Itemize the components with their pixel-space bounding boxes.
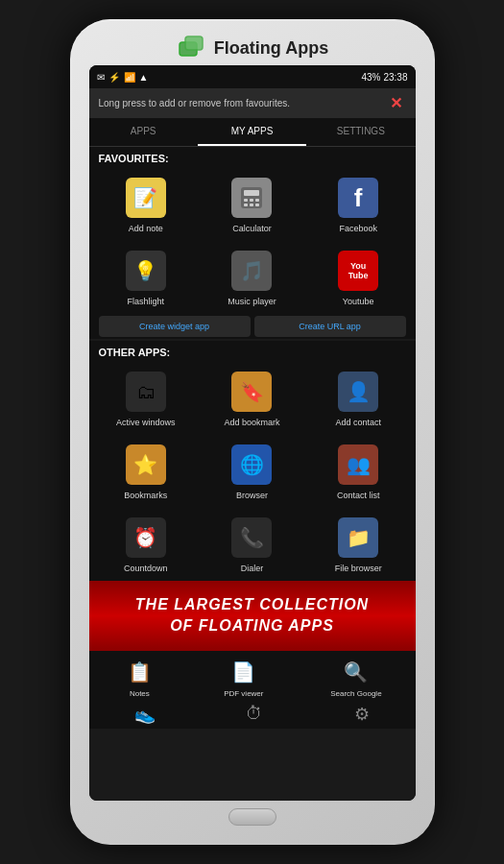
other-apps-label: OTHER APPS: [89, 341, 416, 362]
flashlight-label: Flashlight [128, 297, 165, 306]
list-item[interactable]: ⏰ Countdown [93, 508, 200, 581]
list-item[interactable]: 👤 Add contact [305, 362, 412, 435]
close-button[interactable]: ✕ [386, 94, 406, 112]
wifi-icon: 📶 [124, 72, 135, 83]
calculator-icon [231, 178, 272, 218]
phone-frame: Floating Apps ✉ ⚡ 📶 ▲ 43% 23:38 Long pre… [70, 19, 435, 845]
bookmarks-icon-wrap: ⭐ [124, 443, 168, 487]
notes-icon: 📋 [122, 655, 156, 689]
active-windows-label: Active windows [116, 418, 176, 427]
app-title-row: Floating Apps [176, 33, 328, 63]
contact-list-icon-wrap: 👥 [336, 443, 380, 487]
create-widget-button[interactable]: Create widget app [99, 316, 251, 337]
svg-rect-5 [250, 199, 253, 202]
list-item[interactable]: ⭐ Bookmarks [93, 435, 200, 508]
file-browser-label: File browser [335, 564, 382, 573]
list-item[interactable]: 📞 Dialer [199, 508, 305, 581]
pdf-viewer-item[interactable]: 📄 PDF viewer [224, 655, 263, 698]
list-item[interactable]: 🔖 Add bookmark [199, 362, 305, 435]
dialer-icon: 📞 [231, 517, 272, 558]
notice-text: Long press to add or remove from favouri… [99, 98, 386, 108]
list-item[interactable]: Calculator [199, 168, 305, 241]
bluetooth-icon: ⚡ [108, 72, 120, 83]
list-item[interactable]: 🌐 Browser [199, 435, 305, 508]
list-item[interactable]: f Facebook [305, 168, 412, 241]
list-item[interactable]: 🗂 Active windows [93, 362, 200, 435]
list-item[interactable]: 💡 Flashlight [93, 241, 200, 314]
banner-line2: OF FLOATING APPS [99, 615, 406, 636]
phone-screen: ✉ ⚡ 📶 ▲ 43% 23:38 Long press to add or r… [89, 65, 416, 801]
search-google-label: Search Google [330, 689, 381, 698]
list-item[interactable]: 📝 Add note [93, 168, 200, 241]
contact-list-icon: 👥 [338, 444, 378, 485]
calculator-label: Calculator [232, 224, 272, 233]
countdown-icon-wrap: ⏰ [124, 516, 168, 560]
music-player-icon-wrap: 🎵 [229, 249, 274, 293]
battery-text: 43% [361, 72, 380, 83]
settings-icon: ⚙ [354, 704, 370, 725]
list-item[interactable]: 🎵 Music player [199, 241, 305, 314]
browser-icon-wrap: 🌐 [229, 443, 274, 487]
notes-item[interactable]: 📋 Notes [122, 655, 156, 698]
list-item[interactable]: 📁 File browser [305, 508, 412, 581]
list-item[interactable]: You Tube Youtube [305, 241, 412, 314]
dialer-label: Dialer [241, 564, 264, 573]
pdf-viewer-label: PDF viewer [224, 689, 263, 698]
notes-label: Notes [130, 689, 150, 698]
facebook-icon-wrap: f [336, 176, 380, 220]
music-player-icon: 🎵 [231, 251, 272, 291]
add-contact-label: Add contact [335, 418, 381, 427]
favourites-label: FAVOURITES: [89, 147, 416, 168]
promo-banner: THE LARGEST COLLECTION OF FLOATING APPS [89, 581, 416, 651]
add-bookmark-label: Add bookmark [224, 418, 279, 427]
search-google-item[interactable]: 🔍 Search Google [330, 655, 381, 698]
home-button[interactable] [228, 808, 276, 826]
flashlight-icon-wrap: 💡 [124, 249, 168, 293]
status-left: ✉ ⚡ 📶 ▲ [97, 72, 149, 83]
active-windows-icon-wrap: 🗂 [124, 370, 168, 414]
signal-icon: ▲ [139, 72, 149, 83]
timer-icon: ⏱ [246, 704, 263, 725]
notice-bar: Long press to add or remove from favouri… [89, 88, 416, 118]
tab-settings[interactable]: SETTINGS [306, 118, 415, 146]
active-windows-icon: 🗂 [126, 372, 166, 412]
mail-icon: ✉ [97, 72, 105, 83]
youtube-label: Youtube [343, 297, 374, 306]
youtube-icon-wrap: You Tube [336, 249, 380, 293]
app-title: Floating Apps [214, 38, 328, 59]
svg-rect-8 [250, 204, 253, 206]
add-note-label: Add note [129, 224, 163, 233]
add-bookmark-icon-wrap: 🔖 [229, 370, 274, 414]
file-browser-icon-wrap: 📁 [336, 516, 380, 560]
svg-rect-3 [244, 190, 259, 196]
create-url-button[interactable]: Create URL app [254, 316, 406, 337]
facebook-icon: f [338, 178, 378, 218]
status-bar: ✉ ⚡ 📶 ▲ 43% 23:38 [89, 65, 416, 88]
tab-myapps[interactable]: MY APPS [198, 118, 306, 146]
countdown-label: Countdown [124, 564, 168, 573]
phone-top-bar: Floating Apps [78, 31, 427, 65]
add-note-icon-wrap: 📝 [124, 176, 168, 220]
svg-rect-4 [244, 199, 248, 202]
pdf-viewer-icon: 📄 [227, 655, 261, 689]
svg-rect-6 [255, 199, 259, 202]
file-browser-icon: 📁 [338, 517, 378, 558]
favourites-grid: 📝 Add note Calculator f F [89, 168, 416, 314]
more-row: 👟 ⏱ ⚙ [89, 700, 416, 729]
bookmarks-label: Bookmarks [124, 491, 167, 500]
svg-rect-7 [244, 204, 248, 206]
bookmarks-icon: ⭐ [126, 444, 166, 485]
status-right: 43% 23:38 [361, 72, 407, 83]
tab-apps[interactable]: APPS [89, 118, 198, 146]
youtube-icon: You Tube [338, 251, 378, 291]
facebook-label: Facebook [339, 224, 377, 233]
note-icon: 📝 [126, 178, 166, 218]
list-item[interactable]: 👥 Contact list [305, 435, 412, 508]
music-player-label: Music player [228, 297, 276, 306]
add-contact-icon: 👤 [338, 372, 378, 412]
time-text: 23:38 [383, 72, 407, 83]
contact-list-label: Contact list [337, 491, 380, 500]
svg-rect-9 [255, 204, 259, 206]
create-buttons-row: Create widget app Create URL app [89, 314, 416, 339]
banner-line1: THE LARGEST COLLECTION [99, 594, 406, 615]
